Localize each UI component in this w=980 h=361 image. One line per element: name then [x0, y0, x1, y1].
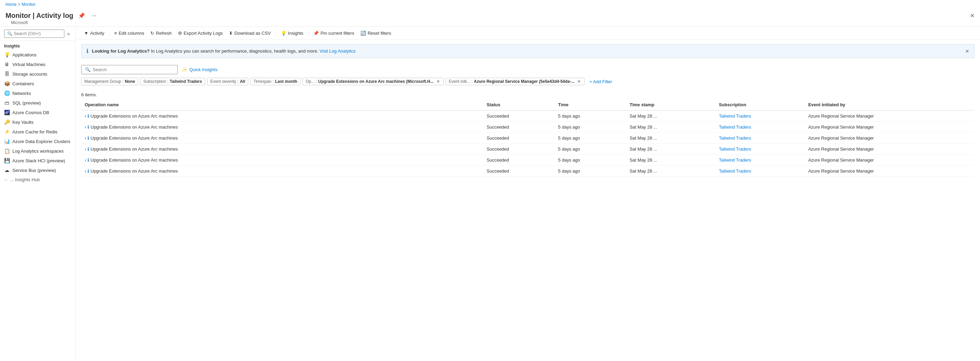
sidebar-item-networks[interactable]: 🌐 Networks	[0, 89, 75, 98]
expand-row-button-3[interactable]: ›	[85, 147, 86, 152]
chip-op-value: Upgrade Extensions on Azure Arc machines…	[318, 79, 434, 84]
info-banner-close-button[interactable]: ✕	[965, 49, 969, 54]
filter-search-icon: 🔍	[85, 67, 91, 72]
containers-icon: 📦	[4, 81, 10, 86]
chip-sev-label: Event severity :	[210, 79, 239, 84]
cell-time-4: 5 days ago	[555, 155, 626, 166]
quick-insights-icon: ✨	[182, 67, 187, 72]
cell-timestamp-0: Sat May 28 ...	[626, 110, 716, 122]
sidebar-item-virtual-machines[interactable]: 🖥 Virtual Machines	[0, 60, 75, 69]
expand-row-button-1[interactable]: ›	[85, 125, 86, 130]
data-explorer-icon: 📊	[4, 139, 10, 144]
more-dots: ···	[4, 177, 8, 182]
filter-search-input[interactable]	[92, 67, 174, 72]
info-circle-icon-1: ℹ	[88, 125, 89, 130]
sidebar-item-label-applications: Applications	[13, 52, 37, 57]
insights-button[interactable]: 💡 Insights	[278, 29, 306, 38]
reset-filters-label: Reset filters	[368, 31, 391, 36]
export-logs-button[interactable]: ⚙ Export Activity Logs	[175, 29, 226, 38]
cell-time-1: 5 days ago	[555, 122, 626, 133]
cell-subscription-0: Tailwind Traders	[715, 110, 805, 122]
expand-row-button-5[interactable]: ›	[85, 169, 86, 174]
info-circle-icon-0: ℹ	[88, 114, 89, 119]
sidebar-item-storage-accounts[interactable]: 🗄 Storage accounts	[0, 69, 75, 79]
key-vaults-icon: 🔑	[4, 119, 10, 125]
cell-timestamp-5: Sat May 28 ...	[626, 166, 716, 177]
sidebar-item-insights-hub[interactable]: ··· ... Insights Hub	[0, 175, 75, 184]
subscription-link-0[interactable]: Tailwind Traders	[719, 114, 751, 119]
cell-subscription-1: Tailwind Traders	[715, 122, 805, 133]
sidebar-item-containers[interactable]: 📦 Containers	[0, 79, 75, 89]
refresh-button[interactable]: ↻ Refresh	[148, 29, 175, 38]
subscription-link-4[interactable]: Tailwind Traders	[719, 157, 751, 163]
subscription-link-2[interactable]: Tailwind Traders	[719, 135, 751, 141]
cell-initiator-2: Azure Regional Service Manager	[805, 133, 975, 144]
info-banner-text: Looking for Log Analytics? In Log Analyt…	[92, 49, 356, 54]
breadcrumb-current[interactable]: Monitor	[22, 2, 35, 7]
cell-initiator-0: Azure Regional Service Manager	[805, 110, 975, 122]
sidebar-item-data-explorer[interactable]: 📊 Azure Data Explorer Clusters	[0, 136, 75, 146]
filter-search-box: 🔍	[81, 65, 178, 74]
page-subtitle: Microsoft	[5, 20, 975, 25]
sidebar-item-applications[interactable]: 💡 Applications	[0, 50, 75, 60]
pin-button[interactable]: 📌	[76, 12, 87, 20]
expand-row-button-4[interactable]: ›	[85, 158, 86, 163]
networks-icon: 🌐	[4, 90, 10, 96]
info-banner-icon: ℹ	[86, 48, 89, 54]
info-circle-icon-3: ℹ	[88, 146, 89, 152]
cell-initiator-4: Azure Regional Service Manager	[805, 155, 975, 166]
table-row: › ℹ Upgrade Extensions on Azure Arc mach…	[81, 144, 975, 155]
pin-filters-label: Pin current filters	[320, 31, 354, 36]
table-row: › ℹ Upgrade Extensions on Azure Arc mach…	[81, 110, 975, 122]
page-title: Monitor | Activity log	[5, 12, 73, 20]
applications-icon: 💡	[4, 52, 10, 57]
sidebar-item-log-analytics[interactable]: 📋 Log Analytics workspaces	[0, 146, 75, 156]
sidebar-item-service-bus[interactable]: ☁ Service Bus (preview)	[0, 165, 75, 175]
chip-initiator-close-button[interactable]: ✕	[577, 79, 581, 84]
subscription-link-5[interactable]: Tailwind Traders	[719, 168, 751, 174]
expand-row-button-2[interactable]: ›	[85, 136, 86, 141]
collapse-sidebar-button[interactable]: «	[66, 30, 71, 37]
download-csv-button[interactable]: ⬇ Download as CSV	[226, 29, 274, 38]
subscription-link-3[interactable]: Tailwind Traders	[719, 146, 751, 152]
sidebar-item-key-vaults[interactable]: 🔑 Key Vaults	[0, 117, 75, 127]
reset-filters-button[interactable]: 🔄 Reset filters	[358, 29, 394, 38]
subscription-link-1[interactable]: Tailwind Traders	[719, 125, 751, 130]
info-circle-icon-5: ℹ	[88, 168, 89, 174]
add-filter-button[interactable]: + Add Filter	[587, 78, 615, 85]
sidebar: 🔍 « Insights 💡 Applications 🖥 Virtual Ma…	[0, 27, 76, 361]
cell-subscription-2: Tailwind Traders	[715, 133, 805, 144]
chip-event-severity: Event severity : All	[207, 78, 248, 85]
sidebar-item-sql[interactable]: 🗃 SQL (preview)	[0, 98, 75, 108]
cell-subscription-5: Tailwind Traders	[715, 166, 805, 177]
sidebar-item-cosmos[interactable]: 🌌 Azure Cosmos DB	[0, 108, 75, 117]
sidebar-item-stack-hci[interactable]: 💾 Azure Stack HCI (preview)	[0, 156, 75, 165]
info-circle-icon-2: ℹ	[88, 135, 89, 141]
chip-sev-value: All	[240, 79, 245, 84]
pin-filters-icon: 📌	[313, 31, 319, 36]
sidebar-item-redis[interactable]: ⚡ Azure Cache for Redis	[0, 127, 75, 136]
sidebar-item-label-storage: Storage accounts	[13, 71, 47, 77]
chip-time-value: Last month	[275, 79, 298, 84]
stack-hci-icon: 💾	[4, 158, 10, 163]
info-banner-link[interactable]: Visit Log Analytics	[320, 49, 356, 54]
quick-insights-button[interactable]: ✨ Quick Insights	[182, 67, 218, 72]
cell-timestamp-2: Sat May 28 ...	[626, 133, 716, 144]
sidebar-search-input[interactable]	[14, 31, 61, 36]
chip-sub-label: Subscription :	[143, 79, 168, 84]
activity-dropdown-button[interactable]: ▼ Activity	[81, 29, 107, 38]
cell-timestamp-4: Sat May 28 ...	[626, 155, 716, 166]
operation-name-1: Upgrade Extensions on Azure Arc machines	[91, 125, 178, 130]
content-area: ▼ Activity ≡ Edit columns ↻ Refresh ⚙ Ex…	[76, 27, 980, 361]
edit-columns-button[interactable]: ≡ Edit columns	[111, 29, 147, 38]
more-button[interactable]: ···	[90, 12, 99, 20]
table-row: › ℹ Upgrade Extensions on Azure Arc mach…	[81, 122, 975, 133]
sidebar-item-label-vm: Virtual Machines	[13, 62, 45, 67]
close-button[interactable]: ✕	[970, 13, 975, 19]
cosmos-icon: 🌌	[4, 110, 10, 115]
pin-filters-button[interactable]: 📌 Pin current filters	[310, 29, 357, 38]
expand-row-button-0[interactable]: ›	[85, 114, 86, 119]
activity-table: Operation name Status Time Time stamp Su…	[81, 99, 975, 177]
chip-operation-close-button[interactable]: ✕	[436, 79, 441, 84]
breadcrumb-home[interactable]: Home	[5, 2, 16, 7]
